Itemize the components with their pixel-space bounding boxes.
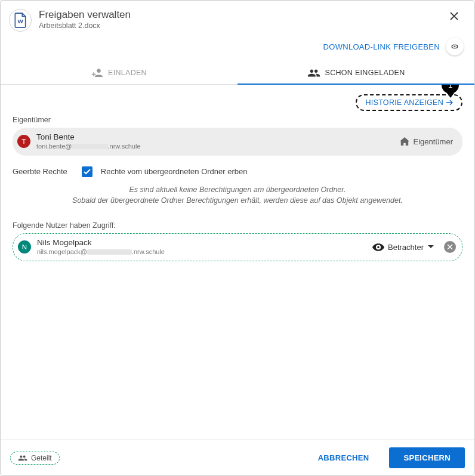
arrow-right-icon <box>446 100 453 106</box>
email-mask <box>87 249 132 255</box>
share-dialog: W Freigaben verwalten Arbeitsblatt 2.doc… <box>0 0 475 476</box>
owner-section-label: Eigentümer <box>13 116 462 124</box>
download-link-row: DOWNLOAD-LINK FREIGEBEN <box>1 38 474 61</box>
inherit-checkbox[interactable] <box>82 166 92 177</box>
download-link-label[interactable]: DOWNLOAD-LINK FREIGEBEN <box>323 42 440 51</box>
cancel-button[interactable]: ABBRECHEN <box>304 447 384 468</box>
people-icon <box>307 69 320 77</box>
person-add-icon <box>91 69 103 77</box>
owner-role: Eigentümer <box>399 137 453 146</box>
inherit-info-text: Es sind aktuell keine Berechtigungen am … <box>13 184 462 206</box>
dialog-content: 1 HISTORIE ANZEIGEN Eigentümer T Toni Be… <box>1 85 474 440</box>
remove-user-button[interactable] <box>444 241 456 253</box>
history-button[interactable]: HISTORIE ANZEIGEN <box>356 94 462 111</box>
role-selector[interactable]: Betrachter <box>372 243 434 252</box>
user-avatar: N <box>18 240 31 254</box>
close-button[interactable] <box>445 9 464 24</box>
people-icon <box>18 455 27 461</box>
annotation-callout: 1 <box>442 85 459 94</box>
svg-text:W: W <box>17 18 23 24</box>
history-button-label: HISTORIE ANZEIGEN <box>365 98 443 107</box>
inherit-label: Geerbte Rechte <box>13 167 67 176</box>
tabs: EINLADEN SCHON EINGELADEN <box>1 61 474 85</box>
document-icon: W <box>9 9 32 32</box>
header-text: Freigaben verwalten Arbeitsblatt 2.docx <box>39 9 437 30</box>
dialog-filename: Arbeitsblatt 2.docx <box>39 21 437 30</box>
eye-icon <box>372 243 384 251</box>
email-mask <box>72 144 108 149</box>
chevron-down-icon <box>427 245 434 249</box>
access-section-label: Folgende Nutzer haben Zugriff: <box>13 221 462 230</box>
close-icon <box>449 11 459 21</box>
tab-already-label: SCHON EINGELADEN <box>325 69 405 77</box>
tab-already-invited[interactable]: SCHON EINGELADEN <box>237 61 474 84</box>
owner-info: Toni Bente toni.bente@.nrw.schule <box>36 132 393 151</box>
link-icon-button[interactable] <box>446 38 464 55</box>
dialog-title: Freigaben verwalten <box>39 9 437 21</box>
user-name: Nils Mogelpack <box>37 238 366 248</box>
user-access-row: N Nils Mogelpack nils.mogelpack@.nrw.sch… <box>13 233 462 261</box>
owner-email: toni.bente@.nrw.schule <box>36 143 393 151</box>
owner-name: Toni Bente <box>36 132 393 143</box>
save-button[interactable]: SPEICHERN <box>389 447 465 468</box>
history-row: 1 HISTORIE ANZEIGEN <box>13 94 462 111</box>
role-label: Betrachter <box>388 243 424 252</box>
dialog-header: W Freigaben verwalten Arbeitsblatt 2.doc… <box>1 1 474 38</box>
tab-invite-label: EINLADEN <box>108 69 147 77</box>
dialog-footer: Geteilt ABBRECHEN SPEICHERN <box>1 440 474 475</box>
inherit-checkbox-label: Rechte vom übergeordneten Ordner erben <box>101 167 248 176</box>
link-icon <box>450 42 459 51</box>
user-info: Nils Mogelpack nils.mogelpack@.nrw.schul… <box>37 238 366 256</box>
x-icon <box>447 244 453 250</box>
owner-avatar: T <box>17 135 30 148</box>
user-email: nils.mogelpack@.nrw.schule <box>37 248 366 256</box>
owner-row: T Toni Bente toni.bente@.nrw.schule Eige… <box>13 128 462 156</box>
tab-invite[interactable]: EINLADEN <box>1 61 237 84</box>
owner-role-label: Eigentümer <box>414 137 453 146</box>
shared-badge-label: Geteilt <box>31 454 52 462</box>
inherit-row: Geerbte Rechte Rechte vom übergeordneten… <box>13 166 462 177</box>
shared-badge[interactable]: Geteilt <box>10 452 60 465</box>
home-icon <box>399 137 410 146</box>
check-icon <box>84 169 91 175</box>
